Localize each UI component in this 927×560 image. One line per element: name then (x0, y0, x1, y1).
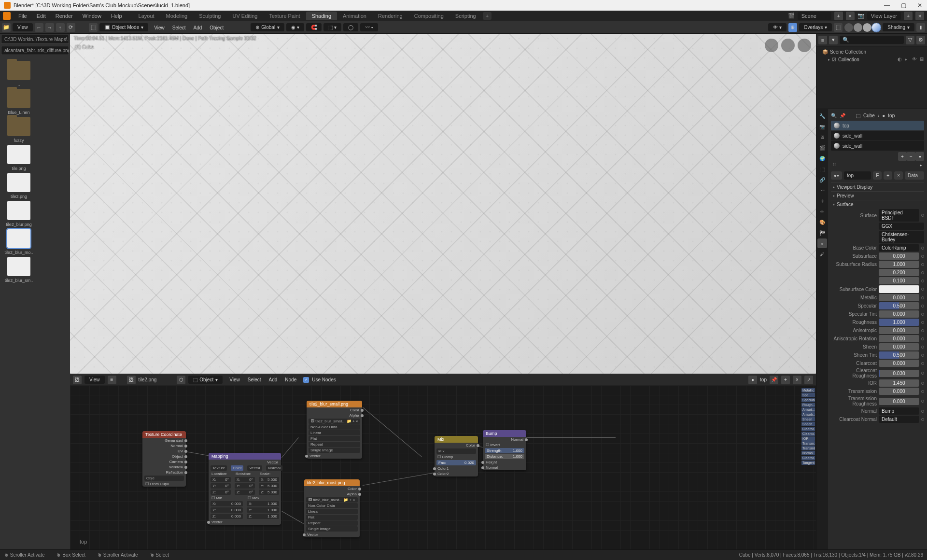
prop-link-icon[interactable] (921, 247, 924, 250)
prop-value[interactable]: 0.200 (879, 269, 919, 276)
node-mapping[interactable]: Mapping Vector TexturePointVectorNormal … (209, 453, 281, 525)
3d-viewport[interactable]: Time:00:04.51 | Mem:1413.51M, Peak:2181.… (70, 34, 816, 374)
scene-add-button[interactable]: + (834, 12, 843, 20)
view-menu[interactable]: View (13, 23, 33, 31)
file-item[interactable]: tile.png (3, 145, 35, 171)
outliner-search-input[interactable]: 🔍 (840, 36, 904, 44)
pin-button[interactable]: 📌 (770, 376, 778, 384)
node-editor-type-button[interactable]: ⬡ (177, 376, 185, 384)
maximize-button[interactable]: ▢ (900, 2, 907, 9)
prop-slider[interactable]: 0.500 (879, 302, 919, 309)
hide-icon[interactable]: 👁 (912, 56, 918, 62)
prop-tab-0[interactable]: 🔧 (817, 111, 827, 121)
editor-type-button[interactable]: 📁 (2, 23, 11, 32)
node-mix[interactable]: Mix Color Mix ☐ Clamp Fac:0.020 Color1Co… (435, 436, 478, 476)
material-slot[interactable]: top (831, 121, 924, 130)
node-object-dropdown[interactable]: ⬚ Object ▾ (188, 376, 223, 384)
viewlayer-field[interactable]: View Layer (867, 12, 901, 20)
use-nodes-checkbox[interactable]: ✓ (303, 377, 309, 383)
prop-slider[interactable]: 0.000 (879, 335, 919, 342)
distribution-dropdown[interactable]: GGX (879, 223, 924, 230)
outliner-collection[interactable]: ▸☑Collection ◐ ▸ 👁 🖥 (818, 56, 925, 63)
search-icon[interactable]: 🔍 (831, 113, 837, 118)
viewport-menu-select[interactable]: Select (169, 24, 190, 32)
image-menu-icon[interactable]: ≡ (108, 376, 116, 384)
material-slot[interactable]: side_wall (831, 141, 924, 151)
node-bump[interactable]: Bump Normal ☐ Invert Strength:1.000 Dist… (483, 430, 526, 470)
prop-dropdown[interactable]: Bump (879, 407, 919, 415)
outliner-filter-button[interactable]: ▽ (906, 36, 914, 44)
viewport-menu-add[interactable]: Add (190, 24, 206, 32)
menu-edit[interactable]: Edit (32, 12, 51, 20)
scene-remove-button[interactable]: × (846, 12, 855, 20)
file-item[interactable]: tile2_blur_sm.. (3, 257, 35, 283)
tab-layout[interactable]: Layout (133, 12, 160, 20)
node-menu-view[interactable]: View (225, 376, 244, 384)
tab-animation[interactable]: Animation (337, 12, 372, 20)
prop-slider[interactable]: 0.000 (879, 343, 919, 350)
mat-link-dropdown[interactable]: Data (905, 171, 924, 180)
prop-tab-13[interactable]: 🖌 (817, 249, 827, 259)
image-editor-type-button[interactable]: 🖼 (73, 376, 82, 384)
prop-slider[interactable]: 0.030 (879, 370, 919, 377)
mat-add-button[interactable]: + (898, 152, 907, 161)
shading-material-button[interactable] (863, 23, 871, 32)
prop-tab-11[interactable]: 🏁 (817, 228, 827, 238)
menu-file[interactable]: File (14, 12, 32, 20)
surface-shader-dropdown[interactable]: Principled BSDF (879, 209, 919, 222)
outliner[interactable]: 📦Scene Collection ▸☑Collection ◐ ▸ 👁 🖥 (816, 46, 927, 109)
mat-menu-button[interactable]: ▾ (915, 152, 924, 161)
mat-remove-button[interactable]: − (907, 152, 915, 161)
disable-icon[interactable]: 🖥 (919, 56, 925, 62)
breadcrumb-material[interactable]: top (888, 113, 895, 118)
nav-refresh-button[interactable]: ⟳ (67, 23, 75, 32)
pin-icon[interactable]: 📌 (840, 113, 845, 118)
node-parent-button[interactable]: ↗ (804, 376, 813, 384)
pan-gizmo-icon[interactable] (781, 39, 795, 52)
node-menu-node[interactable]: Node (281, 376, 300, 384)
prop-slider[interactable]: 0.000 (879, 398, 919, 405)
visibility-dropdown[interactable]: 👁 ▾ (768, 23, 787, 31)
material-slot[interactable]: side_wall (831, 131, 924, 140)
tab-texture-paint[interactable]: Texture Paint (263, 12, 306, 20)
image-view-menu[interactable]: View (84, 376, 105, 384)
viewlayer-remove-button[interactable]: × (915, 12, 924, 20)
shading-solid-button[interactable] (854, 23, 862, 32)
prop-tab-12[interactable]: ● (817, 238, 827, 248)
tab-rendering[interactable]: Rendering (372, 12, 408, 20)
scene-field[interactable]: Scene (798, 12, 831, 20)
exclude-icon[interactable]: ◐ (898, 56, 903, 62)
node-remove-button[interactable]: × (793, 376, 801, 384)
pause-render-button[interactable]: ⏸ (916, 23, 925, 32)
tab-sculpting[interactable]: Sculpting (193, 12, 226, 20)
minimize-button[interactable]: — (884, 2, 890, 9)
prop-tab-10[interactable]: 🎨 (817, 217, 827, 227)
file-path-2[interactable]: alcantara_fabr..rds_diffuse.png (1, 46, 69, 55)
sss-method-dropdown[interactable]: Christensen-Burley (879, 231, 924, 243)
menu-help[interactable]: Help (106, 12, 127, 20)
menu-window[interactable]: Window (78, 12, 106, 20)
prop-tab-1[interactable]: 📷 (817, 122, 827, 131)
outliner-options-button[interactable]: ⚙ (916, 36, 925, 44)
shading-rendered-button[interactable] (872, 23, 881, 32)
prop-tab-7[interactable]: 〰 (817, 185, 827, 195)
prop-tab-4[interactable]: 🌍 (817, 154, 827, 163)
tab-uv-editing[interactable]: UV Editing (226, 12, 263, 20)
viewlayer-add-button[interactable]: + (904, 12, 913, 20)
prop-slider[interactable]: 0.500 (879, 351, 919, 359)
select-icon[interactable]: ▸ (905, 56, 911, 62)
panel-surface[interactable]: ▾Surface (831, 200, 924, 209)
outliner-type-button[interactable]: ≡ (818, 36, 827, 44)
basecolor-dropdown[interactable]: ColorRamp (879, 244, 919, 252)
xray-toggle[interactable]: ⬚ (834, 23, 843, 32)
node-editor[interactable]: top Texture Coordinate GeneratedNormalUV… (70, 385, 816, 549)
node-texture-coordinate[interactable]: Texture Coordinate GeneratedNormalUVObje… (142, 431, 186, 487)
snap-toggle[interactable]: 🧲 (306, 23, 322, 31)
prop-value[interactable]: 1.000 (879, 261, 919, 268)
mode-dropdown[interactable]: 🔲 Object Mode ▾ (99, 23, 149, 31)
prop-tab-9[interactable]: ✏ (817, 207, 827, 216)
panel-viewport-display[interactable]: ▸Viewport Display (831, 182, 924, 191)
outliner-scene-collection[interactable]: 📦Scene Collection (818, 48, 925, 56)
outliner-display-dropdown[interactable]: ▾ (829, 36, 838, 44)
proportional-toggle[interactable]: ◯ (343, 23, 358, 31)
